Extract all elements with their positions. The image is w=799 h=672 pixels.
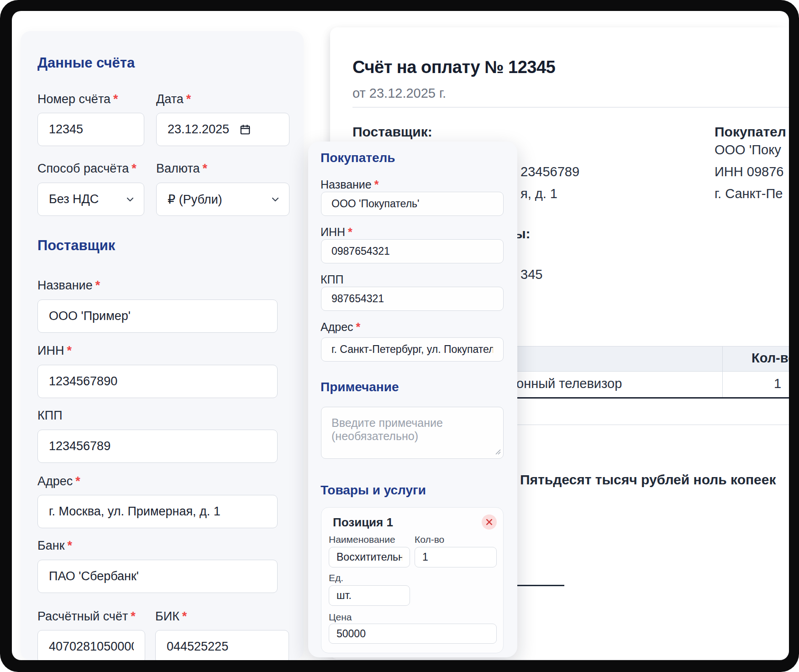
item-unit-input[interactable] — [329, 585, 410, 606]
required-marker: * — [67, 344, 72, 357]
remove-item-button[interactable] — [482, 514, 497, 530]
buyer-heading: Покупатель — [321, 151, 395, 165]
chevron-down-icon — [125, 194, 136, 205]
invoice-preview-date: от 23.12.2025 г. — [352, 86, 446, 101]
date-input[interactable]: 23.12.2025 — [156, 113, 289, 146]
required-marker: * — [131, 609, 136, 623]
item-price-label: Цена — [329, 612, 352, 623]
items-table-row-name-fragment: онный телевизор — [516, 376, 622, 391]
required-marker: * — [348, 226, 352, 238]
preview-supplier-address-fragment: я, д. 1 — [520, 186, 557, 201]
supplier-name-label: Название* — [37, 278, 100, 293]
currency-select[interactable]: ₽ (Рубли) — [156, 183, 289, 216]
note-textarea[interactable] — [321, 407, 504, 459]
buyer-name-input[interactable] — [321, 192, 504, 216]
required-marker: * — [356, 320, 361, 333]
supplier-bank-label: Банк* — [37, 539, 72, 553]
required-marker: * — [113, 92, 118, 106]
invoice-preview-title: Счёт на оплату № 12345 — [352, 58, 555, 77]
supplier-bik-input[interactable] — [155, 630, 289, 660]
required-marker: * — [131, 162, 137, 175]
date-label: Дата* — [156, 92, 191, 106]
item-card: Позиция 1 Наименование Кол-во Ед. Цена — [321, 507, 504, 653]
item-name-input[interactable] — [329, 547, 410, 567]
items-heading: Товары и услуги — [321, 483, 426, 498]
required-marker: * — [75, 474, 80, 488]
buyer-address-label: Адрес* — [321, 320, 360, 334]
item-qty-label: Кол-во — [415, 534, 444, 545]
required-marker: * — [182, 609, 187, 623]
item-qty-input[interactable] — [415, 547, 497, 567]
buyer-kpp-label: КПП — [321, 273, 344, 286]
invoice-data-heading: Данные счёта — [37, 55, 135, 71]
buyer-name-label: Название* — [321, 178, 378, 191]
items-table-column-separator — [722, 346, 723, 398]
buyer-form-panel: Покупатель Название* ИНН* КПП Адрес* При… — [308, 142, 517, 657]
preview-supplier-inn-kpp-fragment: 23456789 — [520, 164, 579, 179]
supplier-inn-label: ИНН* — [37, 344, 72, 358]
item-unit-label: Ед. — [329, 572, 343, 583]
close-icon — [485, 518, 493, 526]
preview-buyer-name: ООО 'Поку — [715, 142, 781, 158]
chevron-down-icon — [270, 194, 281, 205]
invoice-form-panel: Данные счёта Номер счёта* Дата* 23.12.20… — [21, 31, 304, 660]
required-marker: * — [95, 278, 100, 292]
required-marker: * — [67, 539, 72, 552]
items-table-row-qty: 1 — [774, 376, 781, 391]
buyer-kpp-input[interactable] — [321, 287, 504, 311]
preview-divider — [352, 107, 789, 108]
supplier-bik-label: БИК* — [155, 609, 187, 624]
required-marker: * — [186, 92, 191, 106]
amount-in-words: Пятьдесят тысяч рублей ноль копеек — [520, 472, 776, 488]
invoice-number-label: Номер счёта* — [37, 92, 118, 106]
items-table-qty-header: Кол-во — [752, 351, 789, 366]
preview-buyer-inn: ИНН 09876 — [715, 164, 783, 179]
calc-method-label: Способ расчёта* — [37, 162, 137, 176]
supplier-heading: Поставщик — [37, 237, 115, 254]
preview-buyer-address: г. Санкт-Пе — [715, 186, 783, 201]
app-background: Счёт на оплату № 12345 от 23.12.2025 г. … — [12, 11, 789, 660]
calc-method-select[interactable]: Без НДС — [37, 183, 144, 216]
supplier-bank-input[interactable] — [37, 560, 278, 593]
supplier-address-input[interactable] — [37, 495, 278, 528]
item-title: Позиция 1 — [333, 515, 393, 530]
supplier-account-label: Расчётный счёт* — [37, 609, 136, 624]
supplier-name-input[interactable] — [37, 299, 278, 333]
buyer-inn-label: ИНН* — [321, 226, 352, 239]
preview-supplier-heading: Поставщик: — [352, 124, 432, 140]
item-price-input[interactable] — [329, 624, 497, 644]
buyer-inn-input[interactable] — [321, 239, 504, 263]
note-heading: Примечание — [321, 380, 399, 394]
supplier-kpp-input[interactable] — [37, 430, 278, 463]
calendar-icon[interactable] — [239, 124, 251, 136]
item-name-label: Наименование — [329, 534, 395, 545]
date-value: 23.12.2025 — [168, 122, 229, 136]
supplier-kpp-label: КПП — [37, 409, 63, 423]
invoice-number-input[interactable] — [37, 113, 144, 146]
required-marker: * — [203, 162, 208, 175]
preview-buyer-heading: Покупател — [715, 124, 786, 140]
buyer-address-input[interactable] — [321, 337, 504, 362]
supplier-address-label: Адрес* — [37, 474, 80, 488]
currency-label: Валюта* — [156, 162, 207, 176]
screenshot-frame: Счёт на оплату № 12345 от 23.12.2025 г. … — [0, 0, 799, 672]
required-marker: * — [374, 178, 379, 191]
preview-bank-account-fragment: 345 — [520, 267, 542, 282]
supplier-account-input[interactable] — [37, 630, 145, 660]
supplier-inn-input[interactable] — [37, 365, 278, 398]
